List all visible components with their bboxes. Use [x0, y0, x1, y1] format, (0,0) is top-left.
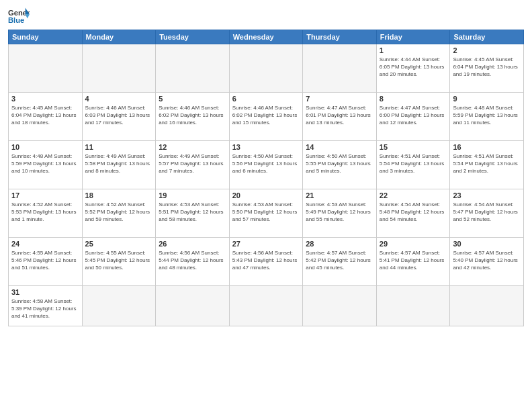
svg-text:Blue: Blue: [8, 16, 24, 24]
calendar-cell: 17Sunrise: 4:52 AM Sunset: 5:53 PM Dayli…: [9, 189, 83, 238]
day-number: 24: [11, 240, 79, 248]
day-number: 8: [380, 95, 447, 103]
day-number: 13: [232, 143, 300, 151]
day-number: 15: [380, 143, 447, 151]
calendar-cell: 8Sunrise: 4:47 AM Sunset: 6:00 PM Daylig…: [376, 93, 450, 141]
day-info: Sunrise: 4:52 AM Sunset: 5:53 PM Dayligh…: [11, 201, 79, 224]
calendar-week-row: 24Sunrise: 4:55 AM Sunset: 5:46 PM Dayli…: [9, 238, 524, 286]
calendar-cell: 13Sunrise: 4:50 AM Sunset: 5:56 PM Dayli…: [229, 141, 303, 189]
day-number: 6: [232, 95, 300, 103]
day-number: 21: [306, 191, 373, 199]
day-info: Sunrise: 4:56 AM Sunset: 5:43 PM Dayligh…: [232, 249, 300, 272]
day-number: 19: [159, 191, 226, 199]
day-number: 27: [232, 240, 300, 248]
day-info: Sunrise: 4:49 AM Sunset: 5:58 PM Dayligh…: [85, 152, 153, 175]
header: General Blue: [8, 7, 524, 26]
day-number: 5: [159, 95, 226, 103]
day-number: 28: [306, 240, 373, 248]
calendar-cell: [156, 286, 230, 326]
calendar-cell: 12Sunrise: 4:49 AM Sunset: 5:57 PM Dayli…: [156, 141, 230, 189]
calendar-cell: 29Sunrise: 4:57 AM Sunset: 5:41 PM Dayli…: [376, 238, 450, 286]
day-info: Sunrise: 4:47 AM Sunset: 6:01 PM Dayligh…: [306, 104, 373, 127]
calendar-cell: 11Sunrise: 4:49 AM Sunset: 5:58 PM Dayli…: [82, 141, 156, 189]
col-header-friday: Friday: [376, 30, 450, 44]
day-info: Sunrise: 4:49 AM Sunset: 5:57 PM Dayligh…: [159, 152, 226, 175]
calendar-cell: 15Sunrise: 4:51 AM Sunset: 5:54 PM Dayli…: [376, 141, 450, 189]
calendar-cell: [9, 44, 83, 93]
calendar-cell: 3Sunrise: 4:45 AM Sunset: 6:04 PM Daylig…: [9, 93, 83, 141]
day-info: Sunrise: 4:44 AM Sunset: 6:05 PM Dayligh…: [380, 56, 447, 79]
col-header-tuesday: Tuesday: [156, 30, 230, 44]
calendar-week-row: 10Sunrise: 4:48 AM Sunset: 5:59 PM Dayli…: [9, 141, 524, 189]
day-number: 4: [85, 95, 153, 103]
col-header-monday: Monday: [82, 30, 156, 44]
calendar-cell: 20Sunrise: 4:53 AM Sunset: 5:50 PM Dayli…: [229, 189, 303, 238]
col-header-thursday: Thursday: [303, 30, 377, 44]
calendar-cell: 18Sunrise: 4:52 AM Sunset: 5:52 PM Dayli…: [82, 189, 156, 238]
calendar-cell: [303, 44, 377, 93]
day-number: 29: [380, 240, 447, 248]
day-info: Sunrise: 4:57 AM Sunset: 5:40 PM Dayligh…: [453, 249, 521, 272]
calendar-header-row: SundayMondayTuesdayWednesdayThursdayFrid…: [9, 30, 524, 44]
day-info: Sunrise: 4:46 AM Sunset: 6:02 PM Dayligh…: [232, 104, 300, 127]
day-info: Sunrise: 4:53 AM Sunset: 5:51 PM Dayligh…: [159, 201, 226, 224]
calendar-week-row: 3Sunrise: 4:45 AM Sunset: 6:04 PM Daylig…: [9, 93, 524, 141]
calendar-cell: 10Sunrise: 4:48 AM Sunset: 5:59 PM Dayli…: [9, 141, 83, 189]
day-info: Sunrise: 4:48 AM Sunset: 5:59 PM Dayligh…: [453, 104, 521, 127]
day-info: Sunrise: 4:46 AM Sunset: 6:03 PM Dayligh…: [85, 104, 153, 127]
calendar-cell: [229, 286, 303, 326]
calendar-week-row: 1Sunrise: 4:44 AM Sunset: 6:05 PM Daylig…: [9, 44, 524, 93]
day-info: Sunrise: 4:54 AM Sunset: 5:48 PM Dayligh…: [380, 201, 447, 224]
calendar-cell: 2Sunrise: 4:45 AM Sunset: 6:04 PM Daylig…: [450, 44, 524, 93]
day-number: 25: [85, 240, 153, 248]
calendar-cell: 9Sunrise: 4:48 AM Sunset: 5:59 PM Daylig…: [450, 93, 524, 141]
day-number: 16: [453, 143, 521, 151]
calendar-week-row: 17Sunrise: 4:52 AM Sunset: 5:53 PM Dayli…: [9, 189, 524, 238]
calendar-cell: [156, 44, 230, 93]
day-info: Sunrise: 4:46 AM Sunset: 6:02 PM Dayligh…: [159, 104, 226, 127]
calendar-cell: [376, 286, 450, 326]
day-info: Sunrise: 4:58 AM Sunset: 5:39 PM Dayligh…: [11, 298, 79, 320]
calendar-cell: [229, 44, 303, 93]
calendar-cell: 4Sunrise: 4:46 AM Sunset: 6:03 PM Daylig…: [82, 93, 156, 141]
day-number: 11: [85, 143, 153, 151]
day-number: 3: [11, 95, 79, 103]
calendar-cell: 19Sunrise: 4:53 AM Sunset: 5:51 PM Dayli…: [156, 189, 230, 238]
col-header-saturday: Saturday: [450, 30, 524, 44]
calendar-cell: 14Sunrise: 4:50 AM Sunset: 5:55 PM Dayli…: [303, 141, 377, 189]
day-info: Sunrise: 4:51 AM Sunset: 5:54 PM Dayligh…: [453, 152, 521, 175]
day-info: Sunrise: 4:57 AM Sunset: 5:42 PM Dayligh…: [306, 249, 373, 272]
col-header-wednesday: Wednesday: [229, 30, 303, 44]
day-info: Sunrise: 4:45 AM Sunset: 6:04 PM Dayligh…: [11, 104, 79, 127]
calendar-cell: 6Sunrise: 4:46 AM Sunset: 6:02 PM Daylig…: [229, 93, 303, 141]
day-info: Sunrise: 4:57 AM Sunset: 5:41 PM Dayligh…: [380, 249, 447, 272]
calendar-cell: 30Sunrise: 4:57 AM Sunset: 5:40 PM Dayli…: [450, 238, 524, 286]
page: General Blue SundayMondayTuesdayWednesda…: [0, 0, 532, 411]
calendar-cell: 22Sunrise: 4:54 AM Sunset: 5:48 PM Dayli…: [376, 189, 450, 238]
day-number: 14: [306, 143, 373, 151]
calendar-week-row: 31Sunrise: 4:58 AM Sunset: 5:39 PM Dayli…: [9, 286, 524, 326]
day-number: 9: [453, 95, 521, 103]
day-info: Sunrise: 4:50 AM Sunset: 5:55 PM Dayligh…: [306, 152, 373, 175]
calendar-cell: 24Sunrise: 4:55 AM Sunset: 5:46 PM Dayli…: [9, 238, 83, 286]
day-number: 2: [453, 46, 521, 54]
day-number: 10: [11, 143, 79, 151]
calendar-cell: 25Sunrise: 4:55 AM Sunset: 5:45 PM Dayli…: [82, 238, 156, 286]
day-number: 12: [159, 143, 226, 151]
day-number: 18: [85, 191, 153, 199]
calendar-cell: 1Sunrise: 4:44 AM Sunset: 6:05 PM Daylig…: [376, 44, 450, 93]
day-info: Sunrise: 4:54 AM Sunset: 5:47 PM Dayligh…: [453, 201, 521, 224]
day-number: 20: [232, 191, 300, 199]
day-info: Sunrise: 4:47 AM Sunset: 6:00 PM Dayligh…: [380, 104, 447, 127]
day-number: 7: [306, 95, 373, 103]
day-info: Sunrise: 4:45 AM Sunset: 6:04 PM Dayligh…: [453, 56, 521, 79]
calendar-cell: 28Sunrise: 4:57 AM Sunset: 5:42 PM Dayli…: [303, 238, 377, 286]
day-info: Sunrise: 4:48 AM Sunset: 5:59 PM Dayligh…: [11, 152, 79, 175]
calendar-cell: [303, 286, 377, 326]
day-info: Sunrise: 4:53 AM Sunset: 5:49 PM Dayligh…: [306, 201, 373, 224]
day-number: 30: [453, 240, 521, 248]
calendar-table: SundayMondayTuesdayWednesdayThursdayFrid…: [8, 30, 524, 326]
calendar-cell: 23Sunrise: 4:54 AM Sunset: 5:47 PM Dayli…: [450, 189, 524, 238]
calendar-cell: [450, 286, 524, 326]
calendar-cell: 21Sunrise: 4:53 AM Sunset: 5:49 PM Dayli…: [303, 189, 377, 238]
